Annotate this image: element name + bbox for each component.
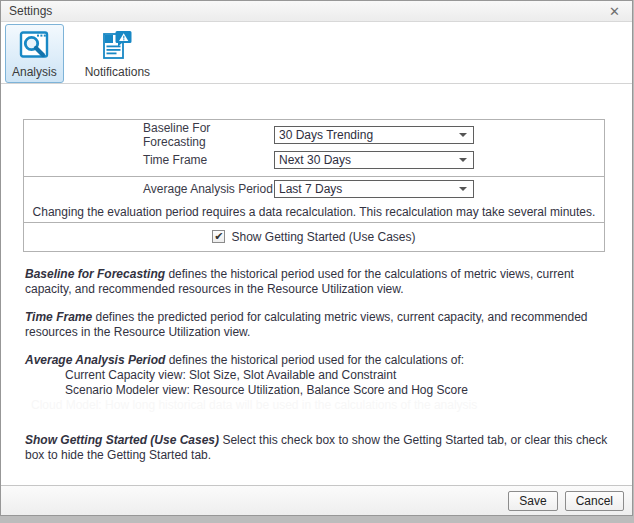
description-analysis-period-term: Average Analysis Period: [25, 353, 165, 367]
form-row-baseline: Baseline For Forecasting 30 Days Trendin…: [24, 126, 604, 144]
average-analysis-period-select[interactable]: Last 7 Days: [274, 180, 474, 198]
time-frame-value: Next 30 Days: [279, 153, 459, 167]
dropdown-arrow-icon: [459, 187, 467, 191]
descriptions: Baseline for Forecasting defines the his…: [25, 267, 611, 476]
forecast-section: Baseline For Forecasting 30 Days Trendin…: [24, 120, 604, 177]
form-row-timeframe: Time Frame Next 30 Days: [24, 151, 604, 169]
description-analysis-period-text: defines the historical period used for t…: [165, 353, 464, 367]
description-baseline: Baseline for Forecasting defines the his…: [25, 267, 611, 297]
footer-bar: Save Cancel: [1, 485, 632, 515]
notifications-icon: [101, 29, 133, 61]
title-bar: Settings ✕: [1, 1, 632, 22]
description-timeframe: Time Frame defines the predicted period …: [25, 310, 611, 340]
close-icon[interactable]: ✕: [605, 5, 624, 18]
dropdown-arrow-icon: [459, 133, 467, 137]
description-timeframe-term: Time Frame: [25, 310, 92, 324]
save-button[interactable]: Save: [508, 491, 557, 511]
tab-analysis-label: Analysis: [12, 65, 57, 79]
recalculation-note: Changing the evaluation period requires …: [24, 205, 604, 219]
time-frame-select[interactable]: Next 30 Days: [274, 151, 474, 169]
tab-notifications[interactable]: Notifications: [78, 24, 157, 83]
cancel-button[interactable]: Cancel: [565, 491, 624, 511]
baseline-forecasting-label: Baseline For Forecasting: [143, 121, 274, 149]
description-timeframe-text: defines the predicted period for calcula…: [25, 310, 588, 339]
analysis-icon: [18, 29, 50, 61]
check-icon: ✔: [214, 231, 223, 242]
getting-started-checkbox-label: Show Getting Started (Use Cases): [231, 230, 415, 244]
settings-dialog: Settings ✕ Analysis: [0, 0, 633, 516]
window-title: Settings: [9, 4, 605, 18]
ghost-text: Cloud Model: How long historical data wi…: [31, 398, 611, 413]
tab-analysis[interactable]: Analysis: [5, 24, 64, 83]
description-baseline-term: Baseline for Forecasting: [25, 267, 165, 281]
baseline-forecasting-select[interactable]: 30 Days Trending: [274, 126, 474, 144]
analysis-period-section: Average Analysis Period Last 7 Days Chan…: [24, 177, 604, 223]
dropdown-arrow-icon: [459, 158, 467, 162]
average-analysis-period-label: Average Analysis Period: [143, 182, 274, 196]
description-getting-started: Show Getting Started (Use Cases) Select …: [25, 433, 611, 463]
average-analysis-period-value: Last 7 Days: [279, 182, 459, 196]
description-analysis-period: Average Analysis Period defines the hist…: [25, 353, 611, 398]
settings-groupbox: Baseline For Forecasting 30 Days Trendin…: [23, 119, 605, 252]
description-analysis-period-sub2: Scenario Modeler view: Resource Utilizat…: [25, 383, 611, 398]
description-analysis-period-sub1: Current Capacity view: Slot Size, Slot A…: [25, 368, 611, 383]
tab-notifications-label: Notifications: [85, 65, 150, 79]
time-frame-label: Time Frame: [143, 153, 274, 167]
getting-started-checkbox[interactable]: ✔: [212, 230, 225, 243]
description-getting-started-term: Show Getting Started (Use Cases): [25, 433, 219, 447]
baseline-forecasting-value: 30 Days Trending: [279, 128, 459, 142]
tab-bar: Analysis Notifications: [1, 22, 632, 84]
getting-started-section: ✔ Show Getting Started (Use Cases): [24, 223, 604, 250]
form-row-analysis-period: Average Analysis Period Last 7 Days: [24, 180, 604, 198]
